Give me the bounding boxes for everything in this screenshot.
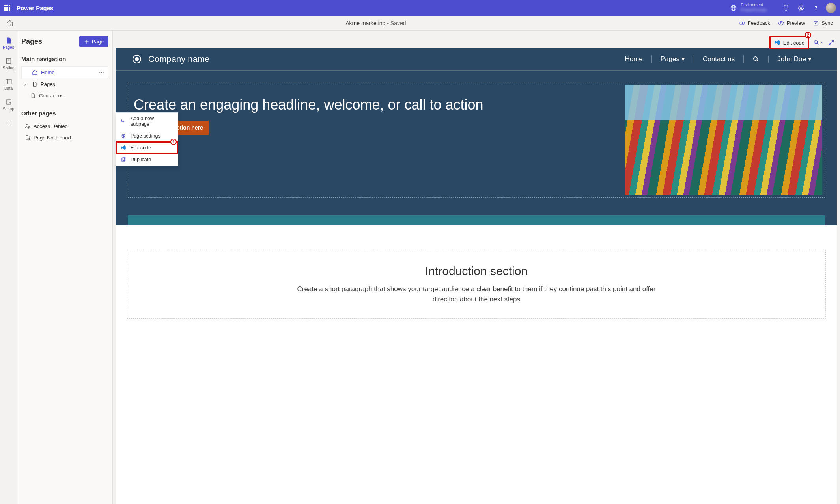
search-icon xyxy=(752,56,760,63)
svg-rect-8 xyxy=(6,58,11,64)
tree-item-access-denied[interactable]: Access Denied xyxy=(21,121,108,132)
environment-value: PowerPortals xyxy=(741,7,767,13)
svg-point-12 xyxy=(26,125,28,126)
caret-down-icon: ▾ xyxy=(681,55,685,63)
gear-icon xyxy=(797,4,805,11)
menu-edit-code[interactable]: Edit code 1 xyxy=(116,142,178,154)
notifications-button[interactable] xyxy=(778,0,793,16)
hero-band xyxy=(128,215,825,225)
svg-point-15 xyxy=(123,135,124,137)
sync-button[interactable]: Sync xyxy=(810,19,836,28)
styling-icon xyxy=(5,58,12,65)
rail-styling[interactable]: Styling xyxy=(0,54,17,74)
environment-label: Environment xyxy=(741,3,767,7)
expand-button[interactable] xyxy=(828,39,834,46)
site-nav-user[interactable]: John Doe▾ xyxy=(769,55,820,63)
app-header: Power Pages Environment PowerPortals xyxy=(0,0,840,16)
svg-point-3 xyxy=(816,9,816,10)
intro-text[interactable]: Create a short paragraph that shows your… xyxy=(287,284,666,304)
other-pages-heading: Other pages xyxy=(21,110,108,117)
menu-duplicate[interactable]: Duplicate xyxy=(116,154,178,166)
environment-icon xyxy=(730,4,737,11)
svg-rect-9 xyxy=(6,79,11,84)
chevron-down-icon xyxy=(820,41,824,45)
settings-button[interactable] xyxy=(793,0,808,16)
feedback-button[interactable]: Feedback xyxy=(736,19,773,28)
vscode-icon xyxy=(774,39,780,46)
vscode-icon xyxy=(121,145,126,151)
page-icon xyxy=(30,93,36,99)
data-icon xyxy=(5,78,12,85)
site-nav-pages[interactable]: Pages▾ xyxy=(652,55,694,63)
duplicate-icon xyxy=(121,157,126,162)
pages-panel-title: Pages xyxy=(21,37,42,46)
svg-rect-16 xyxy=(122,158,124,161)
site-logo-icon xyxy=(133,55,141,63)
main-nav-heading: Main navigation xyxy=(21,56,108,62)
gear-icon xyxy=(121,133,126,139)
bell-icon xyxy=(782,4,790,11)
home-icon xyxy=(6,20,13,27)
tree-item-home[interactable]: Home ⋯ xyxy=(21,66,108,78)
pages-panel: Pages Page Main navigation Home ⋯ › Page… xyxy=(17,31,113,504)
hero-headline[interactable]: Create an engaging headline, welcome, or… xyxy=(134,96,609,113)
brand-label: Power Pages xyxy=(17,5,53,11)
page-context-menu: Add a new subpage Page settings Edit cod… xyxy=(116,112,178,166)
page-icon xyxy=(32,81,37,87)
menu-page-settings[interactable]: Page settings xyxy=(116,130,178,142)
annotation-badge-2: 2 xyxy=(805,32,811,38)
annotation-badge-1: 1 xyxy=(170,139,177,145)
site-nav-contact[interactable]: Contact us xyxy=(694,55,744,63)
tree-item-not-found[interactable]: Page Not Found xyxy=(21,132,108,143)
environment-picker[interactable]: Environment PowerPortals xyxy=(730,3,767,13)
intro-section[interactable]: Introduction section Create a short para… xyxy=(116,225,837,335)
rail-more[interactable]: ⋯ xyxy=(0,115,17,130)
help-button[interactable] xyxy=(808,0,823,16)
preview-button[interactable]: Preview xyxy=(775,19,808,28)
page-title: Akme marketing - Saved xyxy=(16,20,736,26)
user-avatar[interactable] xyxy=(826,3,836,13)
site-nav-search[interactable] xyxy=(744,56,769,63)
eye-icon xyxy=(778,20,784,26)
plus-icon xyxy=(84,39,90,45)
tree-item-contact[interactable]: Contact us xyxy=(21,90,108,101)
feedback-icon xyxy=(739,20,745,26)
setup-icon xyxy=(5,99,12,106)
svg-rect-17 xyxy=(123,157,125,160)
add-page-button[interactable]: Page xyxy=(79,36,108,47)
site-name: Akme marketing xyxy=(345,20,385,26)
hero-section[interactable]: Create an engaging headline, welcome, or… xyxy=(116,71,837,225)
svg-point-19 xyxy=(754,57,757,60)
site-company-name[interactable]: Company name xyxy=(148,54,209,64)
rail-pages[interactable]: Pages xyxy=(0,33,17,54)
rail-data[interactable]: Data xyxy=(0,74,17,95)
expand-icon xyxy=(828,39,834,46)
svg-point-11 xyxy=(9,102,11,104)
page-warning-icon xyxy=(24,135,30,141)
command-bar: Akme marketing - Saved Feedback Preview … xyxy=(0,16,840,31)
edit-code-button[interactable]: Edit code xyxy=(769,36,809,49)
more-icon[interactable]: ⋯ xyxy=(99,69,105,75)
site-header: Company name Home Pages▾ Contact us John… xyxy=(116,48,837,71)
help-icon xyxy=(812,4,819,11)
tree-item-pages[interactable]: › Pages xyxy=(21,78,108,90)
site-preview: Company name Home Pages▾ Contact us John… xyxy=(116,48,837,504)
save-status: - Saved xyxy=(385,20,406,26)
zoom-button[interactable] xyxy=(813,39,824,46)
person-denied-icon xyxy=(24,123,30,129)
home-icon xyxy=(32,69,38,75)
rail-setup[interactable]: Set up xyxy=(0,95,17,115)
app-launcher-icon[interactable] xyxy=(4,5,11,11)
intro-title[interactable]: Introduction section xyxy=(137,264,816,278)
sync-icon xyxy=(813,20,819,26)
svg-point-2 xyxy=(800,7,802,9)
zoom-icon xyxy=(813,39,819,46)
canvas-toolbar: Edit code 2 xyxy=(769,36,834,49)
caret-down-icon: ▾ xyxy=(808,55,812,63)
hero-image[interactable] xyxy=(625,85,822,195)
canvas-area: Edit code 2 Company name Home Pages▾ Con… xyxy=(113,31,840,504)
home-button[interactable] xyxy=(4,20,16,27)
site-nav-home[interactable]: Home xyxy=(616,55,651,63)
menu-add-subpage[interactable]: Add a new subpage xyxy=(116,113,178,130)
page-icon xyxy=(5,37,12,44)
